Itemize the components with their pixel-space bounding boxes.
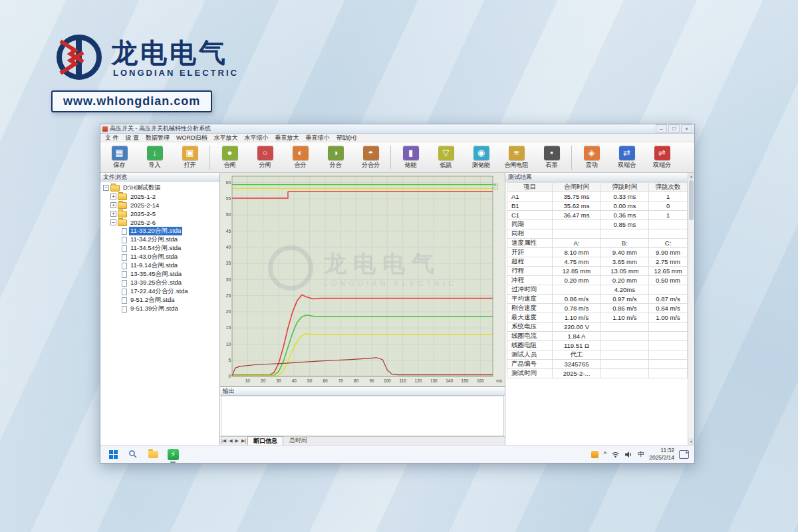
scroll-up-icon[interactable]: ▲ — [688, 173, 694, 180]
toolbar-button-measure-storage[interactable]: ◉测储能 — [464, 146, 499, 170]
menu-item-4[interactable]: 水平放大 — [211, 134, 241, 142]
brand-name-en: LONGDIAN ELECTRIC — [113, 68, 239, 78]
results-row-2: C136.47 ms0.36 ms1 — [507, 211, 688, 220]
file-explorer-button[interactable] — [145, 446, 161, 462]
expand-icon[interactable]: + — [110, 211, 116, 217]
results-cell: 0.86 m/s — [553, 295, 600, 304]
toolbar-button-dual-close[interactable]: ⇄双端合 — [609, 146, 644, 170]
menu-item-1[interactable]: 设 置 — [122, 134, 143, 142]
tree-folder-2[interactable]: +2025-2-5 — [102, 209, 218, 218]
toolbar-separator — [571, 146, 572, 170]
collapse-icon[interactable]: − — [110, 219, 116, 225]
close-button[interactable]: × — [681, 124, 692, 133]
output-tab-0[interactable]: 断口信息 — [247, 436, 283, 445]
tab-nav-0[interactable]: |◀ — [220, 437, 227, 445]
menu-item-6[interactable]: 垂直放大 — [272, 134, 303, 142]
tree-file-1[interactable]: 11-34.2分闸.stda — [102, 235, 218, 244]
toolbar-button-open-close[interactable]: ◑分合 — [318, 146, 353, 170]
file-icon — [122, 237, 127, 243]
toolbar-button-open[interactable]: ▣打开 — [172, 146, 207, 170]
results-scrollbar[interactable]: ▲ ▼ — [688, 173, 694, 445]
svg-text:40: 40 — [292, 378, 297, 383]
tree-folder-3[interactable]: −2025-2-6 — [102, 218, 218, 227]
notification-icon[interactable] — [679, 450, 689, 459]
start-button[interactable] — [105, 446, 121, 462]
results-row-6: 开距8.10 mm9.40 mm9.90 mm — [507, 248, 688, 257]
toolbar-button-close-operation[interactable]: ●合闸 — [212, 146, 247, 170]
brand-name-cn: 龙电电气 — [111, 35, 228, 71]
menu-item-7[interactable]: 垂直缩小 — [303, 134, 333, 142]
taskbar-tray: ^ 中 11:32 2025/2/14 — [591, 447, 694, 461]
menu-item-8[interactable]: 帮助(H) — [333, 134, 360, 142]
tree-file-0[interactable]: 11-33.20合闸.stda — [102, 227, 218, 235]
tree-file-5[interactable]: 13-35.45合闸.stda — [102, 270, 218, 279]
menu-item-5[interactable]: 水平缩小 — [241, 134, 272, 142]
clock-time: 11:32 — [649, 447, 674, 454]
toolbar-button-open-operation[interactable]: ○分闸 — [247, 146, 283, 170]
tree-root[interactable]: −D:\H测试数据 — [102, 184, 218, 192]
menu-item-0[interactable]: 文 件 — [102, 134, 122, 142]
tree-file-8[interactable]: 9-51.2合闸.stda — [102, 296, 218, 305]
expand-icon[interactable]: + — [110, 202, 116, 208]
menu-item-3[interactable]: WORD归档 — [173, 134, 211, 142]
toolbar-button-energy-storage[interactable]: ▮储能 — [393, 146, 428, 170]
results-title: 测试结果 — [508, 174, 532, 180]
results-cell: 0.20 mm — [600, 276, 648, 285]
scrollbar-thumb[interactable] — [689, 180, 694, 220]
results-cell: 同期 — [507, 220, 553, 229]
waveform-chart[interactable]: 1020304050607080901001101201301401501600… — [220, 173, 503, 386]
toolbar-button-import[interactable]: ↓导入 — [137, 146, 172, 170]
volume-icon[interactable] — [624, 451, 633, 458]
toolbar-button-open-close-open[interactable]: ◓分合分 — [353, 146, 388, 170]
tray-app-icon[interactable] — [591, 451, 598, 458]
results-cell — [649, 323, 688, 332]
network-icon[interactable] — [611, 451, 620, 458]
tab-nav-1[interactable]: ◀ — [227, 437, 233, 445]
minimize-button[interactable]: – — [656, 124, 667, 133]
chevron-up-icon[interactable]: ^ — [603, 451, 606, 458]
tree-file-9[interactable]: 9-51.39分闸.stda — [102, 305, 218, 313]
toolbar-button-closing-resistor[interactable]: ≡合闸电阻 — [499, 146, 534, 170]
toolbar-button-dual-open[interactable]: ⇌双端分 — [644, 146, 680, 170]
expand-icon[interactable]: + — [110, 194, 116, 200]
svg-text:160: 160 — [477, 378, 484, 383]
collapse-icon[interactable]: − — [103, 185, 109, 191]
tab-nav-3[interactable]: ▶| — [240, 437, 247, 445]
svg-text:ms: ms — [496, 378, 502, 383]
results-cell: 冲程 — [507, 276, 553, 285]
tree-folder-0[interactable]: +2025-1-2 — [102, 192, 218, 201]
ime-indicator[interactable]: 中 — [638, 450, 644, 459]
results-cell: 12.85 mm — [553, 267, 600, 276]
tab-nav-2[interactable]: ▶ — [234, 437, 240, 445]
tree-file-7[interactable]: 17-22.44分合分.stda — [102, 287, 218, 296]
tree-folder-1[interactable]: +2025-2-14 — [102, 201, 218, 209]
toolbar-button-low-trip[interactable]: ▽低跳 — [428, 146, 464, 170]
results-cell: 代工 — [553, 350, 600, 360]
open-close-icon: ◑ — [328, 146, 344, 160]
chart-panel: 1020304050607080901001101201301401501600… — [220, 173, 505, 445]
clock[interactable]: 11:32 2025/2/14 — [649, 447, 674, 461]
toolbar-button-label: 双端合 — [609, 161, 644, 170]
svg-text:25: 25 — [226, 293, 231, 298]
results-cell: 35.75 ms — [553, 192, 600, 201]
results-cell: A: — [553, 239, 600, 248]
analyzer-app-button[interactable]: ⚡ — [165, 446, 181, 462]
open-operation-icon: ○ — [257, 146, 273, 160]
tree-file-3[interactable]: 11-43.0合闸.stda — [102, 253, 218, 261]
toolbar-button-close-open[interactable]: ◐合分 — [283, 146, 318, 170]
svg-text:50: 50 — [226, 212, 231, 217]
search-button[interactable] — [125, 446, 141, 462]
toolbar-button-vibration[interactable]: ◈震动 — [574, 146, 609, 170]
scroll-down-icon[interactable]: ▼ — [688, 438, 694, 445]
toolbar-button-graphite[interactable]: ▪石墨 — [534, 146, 569, 170]
tree-file-2[interactable]: 11-34.54分闸.stda — [102, 244, 218, 253]
results-cell: 9.90 mm — [649, 248, 688, 257]
menu-item-2[interactable]: 数据管理 — [142, 134, 173, 142]
tree-file-4[interactable]: 11-9.14合闸.stda — [102, 261, 218, 270]
toolbar-button-save[interactable]: ▦保存 — [102, 146, 137, 170]
svg-text:20: 20 — [261, 378, 266, 383]
output-tab-1[interactable]: 总时间 — [283, 436, 313, 445]
toolbar: ▦保存↓导入▣打开●合闸○分闸◐合分◑分合◓分合分▮储能▽低跳◉测储能≡合闸电阻… — [100, 142, 694, 173]
tree-file-6[interactable]: 13-39.25合分.stda — [102, 279, 218, 287]
maximize-button[interactable]: □ — [668, 124, 680, 133]
